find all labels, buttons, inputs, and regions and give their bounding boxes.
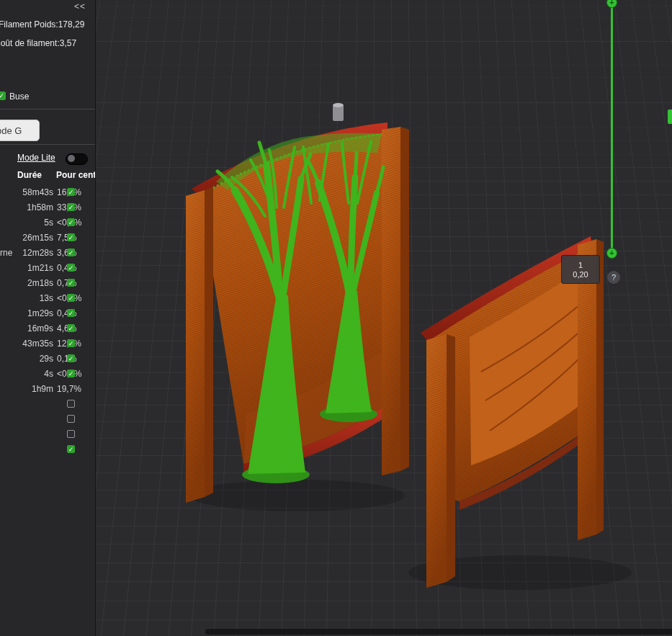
- help-icon[interactable]: ?: [607, 271, 620, 284]
- model-right[interactable]: [408, 236, 632, 590]
- row-time: 16m9s: [0, 323, 53, 333]
- table-row: 13s <0,1%: [0, 291, 95, 306]
- row-time: 13s: [0, 293, 53, 303]
- row-time: 1m21s: [0, 263, 53, 273]
- row-percent: 19,7%: [57, 384, 81, 394]
- feature-checkbox[interactable]: [67, 294, 75, 302]
- feature-legend-table: 58m43s 16,6% 1h58m 33,7% 5s <0,1% 26m15s…: [0, 185, 95, 457]
- layer-slider-handle-bottom[interactable]: +: [606, 248, 617, 259]
- layer-height: 0,20: [573, 270, 588, 279]
- table-row: 29s 0,1%: [0, 351, 95, 367]
- table-row: 43m35s 12,5%: [0, 336, 95, 351]
- divider: [0, 109, 95, 109]
- feature-checkbox[interactable]: [67, 369, 75, 377]
- gcode-button[interactable]: Code G: [0, 120, 40, 141]
- feature-checkbox[interactable]: [67, 248, 75, 256]
- feature-checkbox[interactable]: [67, 279, 75, 287]
- mode-lite-link[interactable]: Mode Lite: [17, 153, 55, 163]
- row-time: 26m15s: [0, 233, 53, 243]
- filament-cost-stat: Coût de filament:3,57: [0, 38, 76, 48]
- table-row: [0, 427, 95, 442]
- table-row: 1m21s 0,4%: [0, 261, 95, 276]
- row-time: 5s: [0, 218, 53, 228]
- row-time: 29s: [0, 354, 53, 364]
- feature-checkbox[interactable]: [67, 354, 75, 362]
- row-time: 2m18s: [0, 278, 53, 288]
- table-row: [0, 442, 95, 457]
- row-time: 12m28s: [0, 248, 53, 258]
- table-row: 58m43s 16,6%: [0, 185, 95, 200]
- slider-edge-tab[interactable]: [668, 109, 672, 124]
- table-row: 5s <0,1%: [0, 215, 95, 230]
- toggle-knob: [68, 155, 75, 162]
- feature-checkbox[interactable]: [67, 339, 75, 347]
- mode-lite-toggle[interactable]: [66, 153, 88, 165]
- feature-checkbox[interactable]: [67, 445, 75, 453]
- collapse-panel-button[interactable]: <<: [74, 1, 86, 12]
- row-time: 4s: [0, 369, 53, 379]
- table-row: [0, 397, 95, 412]
- filament-weight-stat: Filament Poids:178,29: [0, 19, 84, 30]
- prime-tower[interactable]: [333, 103, 344, 121]
- feature-checkbox[interactable]: [67, 233, 75, 241]
- layer-slider-track[interactable]: [611, 4, 613, 254]
- row-time: 1h58m: [0, 202, 53, 212]
- table-row: 2m18s 0,7%: [0, 276, 95, 291]
- nozzle-checkbox[interactable]: [0, 91, 6, 100]
- left-panel: << Filament Poids:178,29 Coût de filamen…: [0, 0, 96, 636]
- sliced-preview-render: [95, 0, 672, 636]
- feature-checkbox[interactable]: [67, 264, 75, 272]
- divider: [0, 144, 95, 145]
- feature-checkbox[interactable]: [67, 203, 75, 211]
- table-row: 16m9s 4,6%: [0, 321, 95, 336]
- preview-viewport[interactable]: + + 1 0,20 ?: [95, 0, 672, 636]
- table-row: 4s <0,1%: [0, 367, 95, 382]
- nozzle-label: Buse: [9, 91, 29, 102]
- feature-checkbox[interactable]: [67, 309, 75, 317]
- table-row: 1h58m 33,7%: [0, 200, 95, 215]
- column-header-duration: Durée: [17, 170, 42, 180]
- feature-checkbox[interactable]: [67, 415, 75, 423]
- table-row: [0, 412, 95, 427]
- table-row: 1h9m 19,7%: [0, 382, 95, 397]
- row-time: 1h9m: [0, 384, 53, 394]
- timeline-slider-track[interactable]: [205, 629, 672, 635]
- row-time: 58m43s: [0, 187, 53, 197]
- feature-checkbox[interactable]: [67, 430, 75, 438]
- feature-checkbox[interactable]: [67, 188, 75, 196]
- layer-number: 1: [578, 261, 583, 269]
- feature-checkbox[interactable]: [67, 324, 75, 332]
- table-row: 26m15s 7,5%: [0, 230, 95, 246]
- table-row: rne 12m28s 3,6%: [0, 246, 95, 261]
- feature-checkbox[interactable]: [67, 400, 75, 408]
- table-row: 1m29s 0,4%: [0, 306, 95, 321]
- row-time: 1m29s: [0, 308, 53, 318]
- column-header-percent: Pour cent: [56, 170, 96, 180]
- layer-value-tooltip: 1 0,20: [561, 255, 600, 284]
- feature-checkbox[interactable]: [67, 218, 75, 226]
- row-time: 43m35s: [0, 339, 53, 349]
